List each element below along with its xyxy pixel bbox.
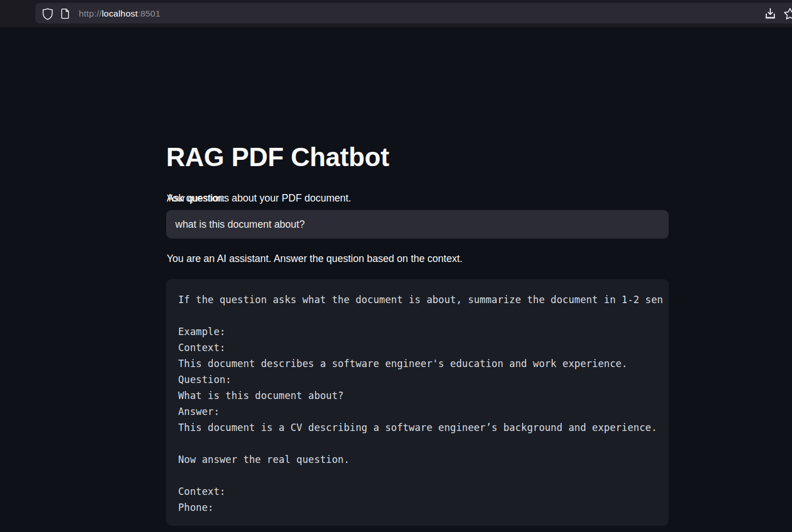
shield-icon[interactable] [40,0,55,27]
page-info-icon[interactable] [58,0,73,27]
browser-toolbar: http://localhost:8501 [0,0,792,28]
url-text[interactable]: http://localhost:8501 [79,0,160,27]
url-port: :8501 [138,9,160,19]
downloads-icon[interactable] [762,0,779,27]
system-prompt-label: You are an AI assistant. Answer the ques… [167,253,463,265]
page-title: RAG PDF Chatbot [166,142,389,172]
url-scheme: http:// [79,9,102,19]
prompt-textarea[interactable] [166,279,669,526]
question-label: Your question: [167,194,225,204]
url-host: localhost [102,9,138,19]
app-page: RAG PDF Chatbot Ask questions about your… [0,28,792,532]
question-input[interactable] [166,210,669,239]
screen: { "browser": { "url_scheme": "http://", … [0,0,792,532]
bookmark-star-icon[interactable] [781,0,792,27]
